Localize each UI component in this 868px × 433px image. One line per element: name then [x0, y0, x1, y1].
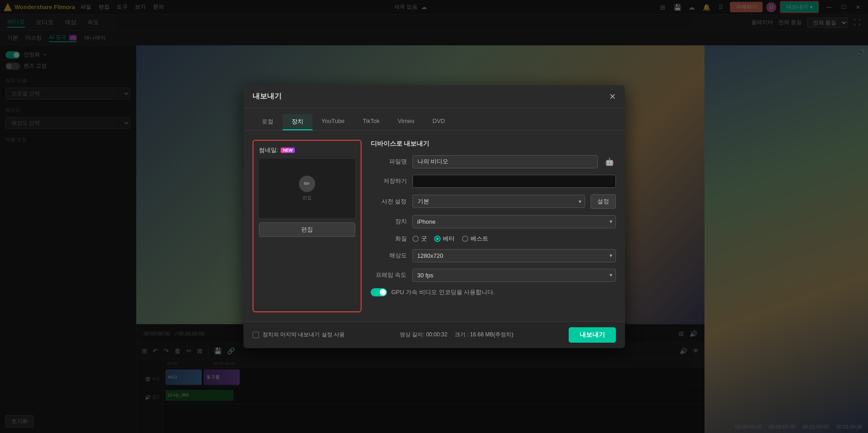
footer-left: 장치의 마지막 내보내기 설정 사용: [253, 331, 345, 339]
quality-best-label: 베스트: [471, 235, 488, 243]
preset-select[interactable]: 기본 사용자 정의: [412, 195, 585, 208]
footer-center: 영상 길이: 00:00:32 크기 : 16.68 MB(추정치): [400, 331, 513, 339]
thumbnail-hint: 편집: [303, 195, 312, 201]
settings-section: 디바이스로 내보내기 파일명 🤖 저장하기 사전 설정: [371, 140, 616, 312]
modal-tabs: 로컬 장치 YouTube TikTok Vimeo DVD: [243, 108, 625, 131]
device-select-wrapper: iPhone iPad Android Apple TV: [412, 215, 616, 228]
resolution-setting-label: 해상도: [371, 251, 407, 260]
thumbnail-section: 썸네일: NEW ✏ 편집 편집: [253, 140, 362, 312]
duration-display: 영상 길이: 00:00:32: [400, 331, 447, 339]
device-select[interactable]: iPhone iPad Android Apple TV: [412, 215, 616, 228]
gpu-toggle-knob: [380, 289, 386, 295]
modal-body: 썸네일: NEW ✏ 편집 편집 디바이스로 내보내기 파일명 🤖: [243, 131, 625, 321]
quality-row: 화질 굿 베터 베스트: [371, 235, 616, 243]
quality-good-label: 굿: [421, 235, 427, 243]
modal-overlay: 내보내기 ✕ 로컬 장치 YouTube TikTok Vimeo DVD 썸네…: [0, 0, 868, 433]
preset-label: 사전 설정: [371, 197, 407, 206]
ai-edit-button[interactable]: 🤖: [603, 157, 616, 166]
preset-select-wrapper: 기본 사용자 정의: [412, 195, 585, 208]
modal-close-button[interactable]: ✕: [609, 92, 616, 102]
framerate-select[interactable]: 24 fps 30 fps 60 fps: [412, 269, 616, 282]
export-modal: 내보내기 ✕ 로컬 장치 YouTube TikTok Vimeo DVD 썸네…: [243, 85, 625, 348]
gpu-row: GPU 가속 비디오 인코딩을 사용합니다.: [371, 288, 616, 296]
quality-best[interactable]: 베스트: [462, 235, 488, 243]
settings-button[interactable]: 설정: [590, 194, 616, 209]
radio-best-circle: [462, 236, 468, 242]
settings-title: 디바이스로 내보내기: [371, 140, 616, 148]
device-label: 장치: [371, 217, 407, 226]
pencil-icon: ✏: [299, 176, 315, 192]
modal-tab-youtube[interactable]: YouTube: [312, 114, 354, 130]
footer-checkbox[interactable]: [253, 332, 259, 338]
quality-better-label: 베터: [443, 235, 455, 243]
thumbnail-label: 썸네일: NEW: [259, 146, 355, 154]
thumbnail-edit-button[interactable]: 편집: [259, 222, 355, 237]
modal-title: 내보내기: [253, 92, 282, 101]
resolution-setting-select[interactable]: 1280x720 1920x1080 3840x2160: [412, 249, 616, 262]
modal-header: 내보내기 ✕: [243, 85, 625, 108]
resolution-select-wrapper: 1280x720 1920x1080 3840x2160: [412, 249, 616, 262]
save-location-input[interactable]: [412, 175, 616, 188]
quality-radio-group: 굿 베터 베스트: [412, 235, 488, 243]
modal-tab-local[interactable]: 로컬: [253, 114, 283, 130]
preset-row: 사전 설정 기본 사용자 정의 설정: [371, 194, 616, 209]
filename-row: 파일명 🤖: [371, 155, 616, 168]
gpu-label: GPU 가속 비디오 인코딩을 사용합니다.: [392, 288, 495, 296]
modal-tab-tiktok[interactable]: TikTok: [354, 114, 389, 130]
footer-checkbox-label: 장치의 마지막 내보내기 설정 사용: [263, 331, 345, 339]
radio-better-circle: [434, 236, 441, 242]
quality-setting-label: 화질: [371, 235, 407, 243]
quality-good[interactable]: 굿: [412, 235, 427, 243]
thumbnail-preview[interactable]: ✏ 편집: [259, 159, 355, 218]
size-display: 크기 : 16.68 MB(추정치): [455, 331, 513, 339]
modal-footer: 장치의 마지막 내보내기 설정 사용 영상 길이: 00:00:32 크기 : …: [243, 321, 625, 348]
modal-tab-device[interactable]: 장치: [283, 114, 312, 130]
save-label: 저장하기: [371, 177, 407, 185]
filename-input[interactable]: [412, 155, 598, 168]
radio-good-circle: [412, 236, 419, 242]
export-button[interactable]: 내보내기: [569, 327, 616, 343]
framerate-label: 프레임 속도: [371, 271, 407, 279]
framerate-row: 프레임 속도 24 fps 30 fps 60 fps: [371, 269, 616, 282]
resolution-setting-row: 해상도 1280x720 1920x1080 3840x2160: [371, 249, 616, 262]
quality-better[interactable]: 베터: [434, 235, 455, 243]
save-location-row: 저장하기: [371, 175, 616, 188]
device-row: 장치 iPhone iPad Android Apple TV: [371, 215, 616, 228]
filename-label: 파일명: [371, 157, 407, 166]
modal-tab-dvd[interactable]: DVD: [423, 114, 454, 130]
new-badge: NEW: [281, 148, 295, 153]
gpu-toggle[interactable]: [371, 288, 387, 296]
framerate-select-wrapper: 24 fps 30 fps 60 fps: [412, 269, 616, 282]
modal-tab-vimeo[interactable]: Vimeo: [389, 114, 424, 130]
